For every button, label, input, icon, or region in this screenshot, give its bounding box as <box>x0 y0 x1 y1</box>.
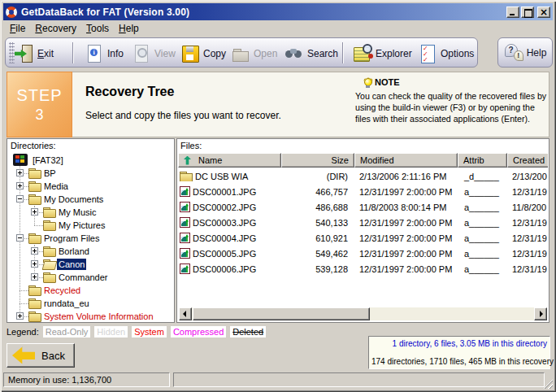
file-size-cell: (DIR) <box>281 172 354 181</box>
app-icon <box>6 7 17 18</box>
tree-item-commander[interactable]: Commander <box>7 271 174 284</box>
tree-item-canon[interactable]: Canon <box>7 258 174 271</box>
legend-label: Legend: <box>7 327 39 337</box>
search-button[interactable]: Search <box>282 41 341 65</box>
column-header-attrib[interactable]: Attrib <box>458 153 507 168</box>
expand-toggle[interactable] <box>31 260 38 268</box>
file-attrib-cell: a______ <box>458 264 507 274</box>
options-button[interactable]: Options <box>415 41 476 65</box>
column-header-size[interactable]: Size <box>281 153 354 168</box>
file-name-cell: DSC00002.JPG <box>178 202 281 212</box>
expand-toggle[interactable] <box>31 273 38 281</box>
tree-item-my-music[interactable]: My Music <box>7 206 174 219</box>
file-row-dsc00004-jpg[interactable]: DSC00004.JPG610,92112/31/1997 2:00:00 PM… <box>178 230 548 246</box>
file-row-dsc00002-jpg[interactable]: DSC00002.JPG486,68811/8/2003 8:00:14 PMa… <box>178 199 548 215</box>
folder-icon <box>28 181 41 191</box>
tree-item-my-documents[interactable]: My Documents <box>7 193 174 206</box>
column-header-label: Name <box>198 155 222 165</box>
file-row-dsc00005-jpg[interactable]: DSC00005.JPG549,46212/31/1997 2:00:00 PM… <box>178 246 548 261</box>
note-label: NOTE <box>375 77 400 87</box>
file-name-cell: DSC00003.JPG <box>178 217 281 228</box>
file-row-dsc00003-jpg[interactable]: DSC00003.JPG540,13312/31/1997 2:00:00 PM… <box>178 215 548 230</box>
directories-panel: Directories: [FAT32]BPMediaMy DocumentsM… <box>7 138 175 323</box>
scrollbar-thumb[interactable] <box>193 307 370 320</box>
note-text: You can check the quality of the recover… <box>355 90 547 124</box>
file-created-cell: 12/31/19 <box>507 233 548 243</box>
legend-read-only: Read-Only <box>43 326 91 338</box>
application-window: GetDataBack for FAT (Version 3.00) FileR… <box>0 0 556 392</box>
column-header-modified[interactable]: Modified <box>354 153 458 168</box>
tree-item-label: My Music <box>57 207 98 218</box>
explorer-button[interactable]: Explorer <box>350 41 415 65</box>
toolbar-main-group: ExitInfoViewCopyOpenSearchExplorerOption… <box>5 37 478 68</box>
tree-item-my-pictures[interactable]: My Pictures <box>7 219 174 232</box>
folder-icon <box>43 246 56 256</box>
files-horizontal-scrollbar[interactable] <box>179 307 547 320</box>
tree-item-system-volume-information[interactable]: System Volume Information <box>7 310 174 322</box>
back-button[interactable]: Back <box>7 343 75 368</box>
memory-status: Memory in use: 1,136,700 <box>3 372 170 387</box>
tree-item-label: Canon <box>57 259 86 270</box>
file-row-dsc00001-jpg[interactable]: DSC00001.JPG466,75712/31/1997 2:00:00 PM… <box>178 184 548 199</box>
file-attrib-cell: a______ <box>458 218 507 228</box>
minimize-button[interactable] <box>506 7 519 18</box>
exit-button[interactable]: Exit <box>12 41 56 65</box>
toolbar-separator <box>72 42 73 63</box>
expand-toggle[interactable] <box>16 182 24 189</box>
file-attrib-cell: a______ <box>458 187 507 197</box>
view-button[interactable]: View <box>129 41 178 65</box>
toolbar-button-label: Copy <box>203 48 226 59</box>
title-bar[interactable]: GetDataBack for FAT (Version 3.00) <box>3 3 553 20</box>
tree-item-media[interactable]: Media <box>7 180 174 193</box>
menu-item-tools[interactable]: Tools <box>81 21 114 36</box>
column-header-name[interactable]: Name <box>178 153 281 168</box>
tree-item-program-files[interactable]: Program Files <box>7 232 174 245</box>
tree-item-bp[interactable]: BP <box>7 167 174 180</box>
column-header-label: Modified <box>360 155 394 165</box>
summary-box: 1 directory, 6 files, 3.05 MB in this di… <box>368 336 550 369</box>
toolbar-help-group: Help <box>497 37 553 68</box>
file-size-cell: 540,133 <box>281 218 354 228</box>
menu-item-file[interactable]: File <box>5 21 30 36</box>
legend-hidden: Hidden <box>94 326 128 338</box>
tree-item-label: My Documents <box>42 194 105 205</box>
status-bar: Memory in use: 1,136,700 <box>3 371 553 389</box>
expand-toggle[interactable] <box>31 247 38 255</box>
tree-item-recycled[interactable]: Recycled <box>7 284 174 297</box>
open-button[interactable]: Open <box>228 41 280 65</box>
menu-item-help[interactable]: Help <box>114 21 144 36</box>
file-modified-cell: 12/31/1997 2:00:00 PM <box>354 264 458 274</box>
image-file-icon <box>180 217 190 228</box>
file-name-cell: DSC00006.JPG <box>178 264 281 274</box>
collapse-toggle[interactable] <box>16 234 24 242</box>
menu-item-recovery[interactable]: Recovery <box>30 21 81 36</box>
status-cell-empty <box>173 372 545 387</box>
file-size-cell: 549,462 <box>281 249 354 259</box>
step-indicator: STEP 3 <box>7 72 72 137</box>
folder-icon <box>28 298 41 308</box>
file-modified-cell: 2/13/2006 2:11:16 PM <box>354 172 458 181</box>
tree-item-fat32[interactable]: [FAT32] <box>7 154 174 167</box>
file-name: DSC00003.JPG <box>193 218 256 228</box>
collapse-toggle[interactable] <box>16 195 24 203</box>
close-button[interactable] <box>537 7 550 18</box>
toolbar-button-label: Search <box>307 48 338 59</box>
info-button[interactable]: Info <box>82 41 126 65</box>
file-row-dsc00006-jpg[interactable]: DSC00006.JPG539,12812/31/1997 2:00:00 PM… <box>178 261 548 277</box>
expand-toggle[interactable] <box>31 208 38 216</box>
scroll-left-button[interactable] <box>179 307 192 320</box>
tree-item-rundata-eu[interactable]: rundata_eu <box>7 297 174 310</box>
maximize-button[interactable] <box>521 7 534 18</box>
file-attrib-cell: a______ <box>458 203 507 212</box>
expand-toggle[interactable] <box>16 312 24 320</box>
image-file-icon <box>180 248 190 259</box>
help-button[interactable]: Help <box>502 41 549 64</box>
tree-item-label: rundata_eu <box>42 298 91 309</box>
column-header-created[interactable]: Created <box>507 153 548 168</box>
scroll-right-button[interactable] <box>534 307 547 320</box>
expand-toggle[interactable] <box>16 169 24 176</box>
copy-button[interactable]: Copy <box>178 41 228 65</box>
file-row-dc-usb-wia[interactable]: DC USB WIA(DIR)2/13/2006 2:11:16 PM_d___… <box>178 168 548 184</box>
tree-item-borland[interactable]: Borland <box>7 245 174 258</box>
copy-icon <box>180 44 200 63</box>
